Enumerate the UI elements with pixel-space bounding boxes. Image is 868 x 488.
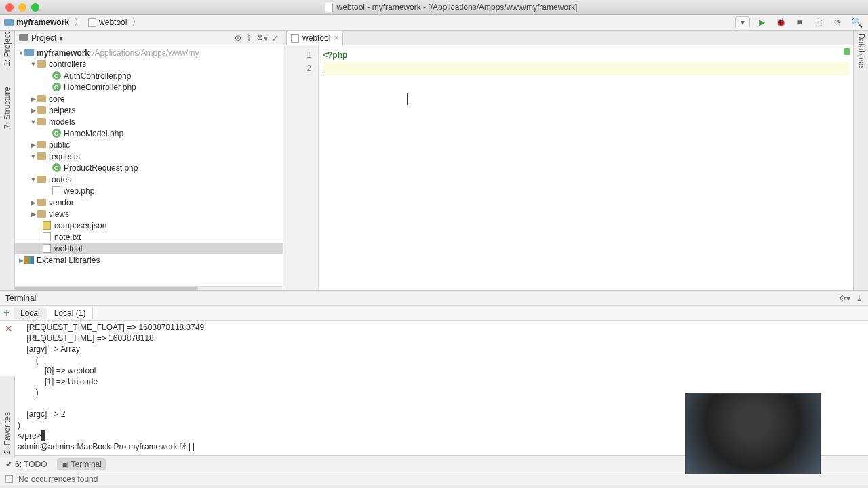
line-number-gutter: 1 2: [283, 45, 319, 290]
tree-external-libraries[interactable]: ▶External Libraries: [15, 254, 283, 266]
project-view-selector[interactable]: Project ▾: [19, 33, 63, 43]
terminal-cursor: [189, 443, 194, 451]
maximize-icon[interactable]: [31, 3, 39, 12]
right-tool-gutter: Database: [853, 30, 868, 290]
editor-tab-label: webtool: [302, 33, 330, 43]
project-header-label: Project: [31, 33, 56, 43]
terminal-hide-icon[interactable]: ⤓: [856, 293, 863, 303]
editor-tab-webtool[interactable]: webtool ×: [286, 30, 343, 45]
tree-folder-requests[interactable]: ▼requests: [15, 150, 283, 162]
navigation-bar: myframework 〉 webtool 〉 ▾ ▶ 🐞 ■ ⬚ ⟳ 🔍: [0, 15, 868, 30]
file-icon: [88, 18, 96, 27]
code-line-1: <?php: [323, 50, 347, 60]
tree-folder-views[interactable]: ▶views: [15, 208, 283, 220]
terminal-tab-local[interactable]: Local: [14, 307, 47, 319]
search-button[interactable]: 🔍: [849, 16, 864, 28]
tree-root-label: myframework: [37, 48, 90, 58]
window-title: webtool - myframework - [/Applications/A…: [337, 3, 578, 12]
collapse-icon[interactable]: ⇕: [245, 33, 252, 43]
tree-folder-models[interactable]: ▼models: [15, 116, 283, 127]
editor-pane: webtool × 1 2 <?php: [283, 30, 853, 290]
tree-file-webtool[interactable]: webtool: [15, 243, 283, 254]
minimize-icon[interactable]: [18, 3, 26, 12]
code-editor[interactable]: 1 2 <?php: [283, 45, 853, 290]
update-button[interactable]: ⟳: [830, 16, 845, 28]
tree-file-productrequest[interactable]: CProductRequest.php: [15, 162, 283, 174]
tree-horizontal-scrollbar[interactable]: [15, 286, 283, 290]
breadcrumb-project[interactable]: myframework: [16, 18, 69, 27]
close-tab-icon[interactable]: ×: [334, 33, 338, 43]
project-tree[interactable]: ▼ myframework /Applications/Ampps/www/my…: [15, 45, 283, 286]
status-message: No occurrences found: [18, 474, 98, 484]
new-terminal-button[interactable]: +: [0, 307, 14, 319]
project-tool-tab[interactable]: 1: Project: [3, 32, 12, 66]
tree-root[interactable]: ▼ myframework /Applications/Ampps/www/my: [15, 47, 283, 58]
run-config-dropdown[interactable]: ▾: [735, 16, 750, 28]
left-tool-gutter-lower: 2: Favorites: [0, 376, 15, 458]
tree-folder-controllers[interactable]: ▼controllers: [15, 58, 283, 70]
gear-icon[interactable]: ⚙▾: [256, 33, 268, 43]
terminal-block-cursor: [41, 430, 45, 441]
tree-file-composer[interactable]: composer.json: [15, 220, 283, 231]
tree-file-homecontroller[interactable]: CHomeController.php: [15, 81, 283, 93]
tree-file-homemodel[interactable]: CHomeModel.php: [15, 127, 283, 139]
chevron-right-icon: 〉: [74, 16, 83, 28]
terminal-settings-icon[interactable]: ⚙▾: [839, 293, 850, 303]
terminal-prompt: admin@admins-MacBook-Pro myframework %: [18, 442, 189, 451]
left-tool-gutter: 1: Project 7: Structure: [0, 30, 15, 290]
chevron-down-icon: ▾: [59, 33, 63, 43]
window-titlebar: webtool - myframework - [/Applications/A…: [0, 0, 868, 15]
project-pane: Project ▾ ⊙ ⇕ ⚙▾ ⤢ ▼ myframework /Applic…: [15, 30, 283, 290]
close-icon[interactable]: [5, 3, 14, 12]
tree-file-note[interactable]: note.txt: [15, 231, 283, 243]
window-controls: [5, 3, 39, 12]
chevron-right-icon: 〉: [132, 16, 141, 28]
locate-icon[interactable]: ⊙: [235, 33, 241, 43]
todo-tool-tab[interactable]: ✔ 6: TODO: [5, 460, 47, 469]
hide-icon[interactable]: ⤢: [272, 33, 279, 43]
structure-tool-tab[interactable]: 7: Structure: [3, 87, 12, 129]
tree-file-authcontroller[interactable]: CAuthController.php: [15, 70, 283, 81]
tree-file-webphp[interactable]: web.php: [15, 185, 283, 197]
code-line-2: [323, 62, 849, 75]
tree-folder-routes[interactable]: ▼routes: [15, 174, 283, 185]
project-icon: [19, 34, 28, 41]
coverage-button[interactable]: ⬚: [811, 16, 826, 28]
tree-folder-vendor[interactable]: ▶vendor: [15, 197, 283, 208]
breadcrumb-file[interactable]: webtool: [99, 18, 127, 27]
tree-root-path: /Applications/Ampps/www/my: [92, 48, 199, 58]
tree-folder-helpers[interactable]: ▶helpers: [15, 104, 283, 116]
terminal-tool-tab[interactable]: ▣ Terminal: [57, 458, 106, 470]
inspection-ok-icon[interactable]: [844, 48, 850, 55]
file-icon: [325, 3, 333, 12]
terminal-title: Terminal: [5, 293, 36, 303]
editor-tabs: webtool ×: [283, 30, 853, 45]
tree-folder-core[interactable]: ▶core: [15, 93, 283, 104]
terminal-tab-local-1[interactable]: Local (1): [47, 307, 94, 319]
tree-folder-public[interactable]: ▶public: [15, 139, 283, 150]
run-button[interactable]: ▶: [754, 16, 769, 28]
stop-button[interactable]: ■: [792, 16, 807, 28]
status-toggle-icon[interactable]: [5, 475, 13, 483]
file-icon: [291, 34, 299, 43]
database-tool-tab[interactable]: Database: [856, 33, 866, 68]
debug-button[interactable]: 🐞: [773, 16, 788, 28]
module-icon: [4, 19, 14, 26]
favorites-tool-tab[interactable]: 2: Favorites: [3, 412, 12, 455]
text-cursor-icon: [407, 93, 408, 105]
webcam-overlay: [685, 393, 821, 474]
